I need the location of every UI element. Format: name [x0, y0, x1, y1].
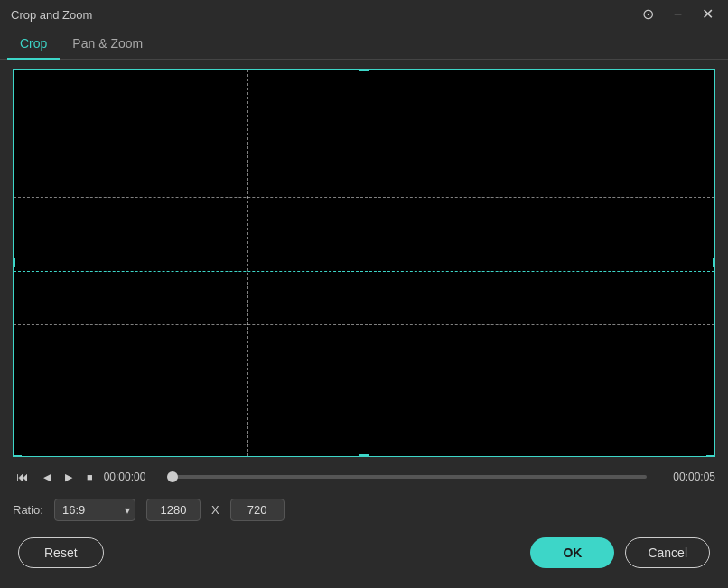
- close-button[interactable]: ✕: [698, 5, 717, 23]
- handle-bottom-left[interactable]: [13, 448, 22, 457]
- step-back-icon: ⏮: [16, 470, 29, 484]
- reset-button[interactable]: Reset: [18, 537, 104, 568]
- tab-bar: Crop Pan & Zoom: [0, 29, 728, 60]
- play-button[interactable]: ▶: [61, 470, 76, 485]
- close-icon: ✕: [702, 6, 714, 22]
- play-back-icon: ◀: [43, 471, 51, 483]
- transport-bar: ⏮ ◀ ▶ ■ 00:00:00 00:00:05: [0, 462, 728, 491]
- tab-crop[interactable]: Crop: [7, 29, 60, 60]
- stop-button[interactable]: ■: [83, 470, 97, 484]
- ratio-label: Ratio:: [13, 503, 43, 517]
- play-icon: ▶: [65, 471, 72, 483]
- help-button[interactable]: ⊙: [639, 5, 658, 23]
- height-input[interactable]: [230, 499, 285, 521]
- time-current: 00:00:00: [104, 471, 165, 483]
- ratio-select[interactable]: 16:9 4:3 1:1 9:16 Custom: [54, 499, 135, 521]
- stop-icon: ■: [87, 471, 93, 482]
- seek-track[interactable]: [173, 475, 647, 479]
- handle-top-left[interactable]: [13, 69, 22, 78]
- help-icon: ⊙: [642, 6, 654, 22]
- handle-right-mid[interactable]: [713, 258, 715, 267]
- seek-thumb[interactable]: [167, 471, 178, 482]
- grid-hline-1: [14, 197, 714, 198]
- grid-vline-2: [481, 70, 481, 456]
- grid-vline-1: [247, 70, 248, 456]
- handle-bottom-right[interactable]: [706, 448, 715, 457]
- play-back-button[interactable]: ◀: [40, 470, 54, 485]
- window-title: Crop and Zoom: [11, 8, 92, 22]
- handle-top-mid[interactable]: [359, 69, 369, 71]
- minimize-icon: −: [674, 6, 682, 22]
- controls-row: Ratio: 16:9 4:3 1:1 9:16 Custom X: [0, 491, 728, 528]
- handle-left-mid[interactable]: [13, 258, 15, 267]
- title-bar-controls: ⊙ − ✕: [639, 5, 717, 23]
- video-canvas[interactable]: [13, 69, 715, 457]
- handle-top-right[interactable]: [706, 69, 715, 78]
- ratio-select-wrap: 16:9 4:3 1:1 9:16 Custom: [54, 499, 135, 521]
- dim-separator: X: [211, 503, 219, 517]
- grid-overlay: [14, 70, 714, 456]
- minimize-button[interactable]: −: [670, 5, 686, 23]
- time-total: 00:00:05: [654, 471, 715, 483]
- cancel-button[interactable]: Cancel: [625, 537, 710, 568]
- ok-button[interactable]: OK: [530, 537, 614, 568]
- title-bar: Crop and Zoom ⊙ − ✕: [0, 0, 728, 29]
- grid-hline-teal: [14, 271, 714, 272]
- bottom-bar: Reset OK Cancel: [0, 528, 728, 581]
- step-back-button[interactable]: ⏮: [13, 468, 33, 486]
- handle-bottom-mid[interactable]: [359, 454, 369, 457]
- action-buttons: OK Cancel: [530, 537, 710, 568]
- tab-pan-zoom[interactable]: Pan & Zoom: [60, 29, 155, 60]
- width-input[interactable]: [146, 499, 201, 521]
- grid-hline-2: [14, 324, 714, 325]
